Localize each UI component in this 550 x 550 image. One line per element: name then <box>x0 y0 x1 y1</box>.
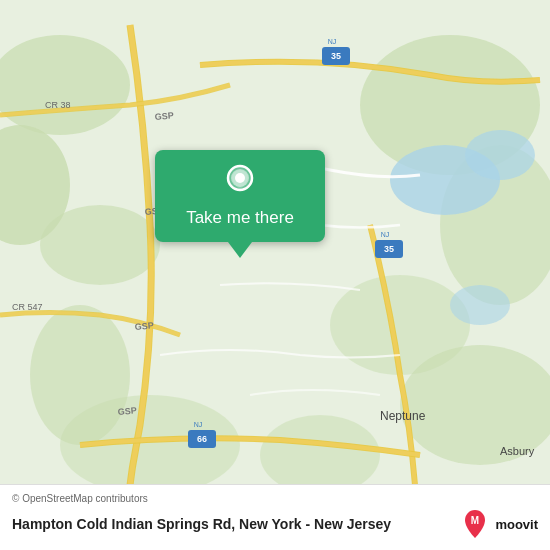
svg-text:M: M <box>471 515 479 526</box>
location-pin-icon <box>222 164 258 200</box>
location-tooltip[interactable]: Take me there <box>155 150 325 258</box>
svg-point-3 <box>40 205 160 285</box>
svg-text:Asbury: Asbury <box>500 445 535 457</box>
svg-text:66: 66 <box>197 434 207 444</box>
map-svg: 35 NJ 35 NJ 66 NJ GSP GSP GSP GSP CR 38 … <box>0 0 550 550</box>
svg-text:GSP: GSP <box>134 320 154 332</box>
location-text: Hampton Cold Indian Springs Rd, New York… <box>12 516 459 532</box>
moovit-label: moovit <box>495 517 538 532</box>
svg-text:NJ: NJ <box>328 38 337 45</box>
info-bar: © OpenStreetMap contributors Hampton Col… <box>0 484 550 550</box>
svg-point-13 <box>450 285 510 325</box>
map-container: 35 NJ 35 NJ 66 NJ GSP GSP GSP GSP CR 38 … <box>0 0 550 550</box>
svg-text:35: 35 <box>331 51 341 61</box>
svg-point-12 <box>465 130 535 180</box>
tooltip-tail <box>228 242 252 258</box>
svg-point-9 <box>260 415 380 495</box>
svg-text:GSP: GSP <box>154 110 174 122</box>
svg-text:NJ: NJ <box>381 231 390 238</box>
svg-point-10 <box>30 305 130 445</box>
svg-text:Neptune: Neptune <box>380 409 426 423</box>
location-row: Hampton Cold Indian Springs Rd, New York… <box>12 508 538 540</box>
map-copyright: © OpenStreetMap contributors <box>12 493 538 504</box>
moovit-logo[interactable]: M moovit <box>459 508 538 540</box>
take-me-there-button[interactable]: Take me there <box>155 150 325 242</box>
svg-text:35: 35 <box>384 244 394 254</box>
svg-text:NJ: NJ <box>194 421 203 428</box>
svg-text:CR 38: CR 38 <box>45 100 71 110</box>
tooltip-label: Take me there <box>186 208 294 228</box>
moovit-brand-icon: M <box>459 508 491 540</box>
svg-text:CR 547: CR 547 <box>12 302 43 312</box>
svg-text:GSP: GSP <box>117 405 137 417</box>
